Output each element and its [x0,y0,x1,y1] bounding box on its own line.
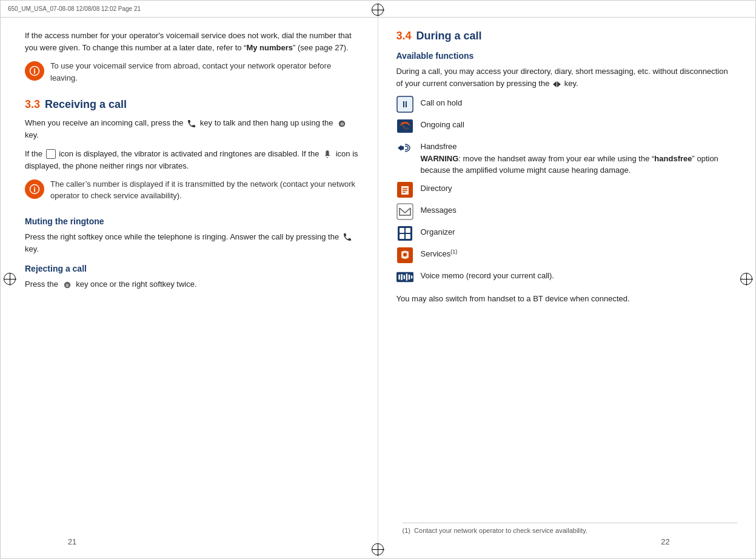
page-number-22: 22 [661,537,669,546]
info-icon [29,65,40,76]
page-container: 650_UM_USA_07-08-08 12/08/08 12:02 Page … [0,0,756,559]
feature-item-handsfree: Handsfree WARNING: move the handset away… [396,139,732,176]
svg-text:⊗: ⊗ [340,121,344,127]
receiving-para1-start: When you receive an incoming call, press… [25,118,184,127]
call-on-hold-svg: II [396,96,413,113]
svg-rect-27 [398,275,400,280]
feature-item-messages: Messages [396,203,732,220]
voice-memo-icon [396,269,413,286]
svg-rect-20 [400,228,404,233]
svg-point-1 [34,69,35,70]
handsfree-title: Handsfree [421,141,732,153]
voicemail-end-text: ” (see page 27). [293,43,349,52]
section-3-3-number: 3.3 [25,98,40,111]
svg-point-5 [34,187,35,188]
voice-memo-svg [396,271,413,283]
feature-item-voice-memo: Voice memo (record your current call). [396,269,732,286]
registration-mark-bottom [372,543,384,555]
feature-list: II Call on hold 📞 O [396,96,732,286]
feature-item-ongoing-call: 📞 Ongoing call [396,118,732,135]
section-3-4-header: 3.4 During a call [396,30,732,42]
info-icon-2 [29,184,40,195]
directory-text: Directory [421,181,452,195]
svg-rect-22 [400,234,404,239]
services-text: Services(1) [421,247,458,260]
organizer-icon [396,225,413,242]
page-number-21: 21 [68,537,76,546]
footnote-superscript: (1) [403,527,410,534]
directory-svg [396,181,413,198]
reject-hangup-icon: ⊗ [62,281,73,289]
section-3-4-title: During a call [416,30,482,42]
receiving-para2: If the icon is displayed, the vibrator i… [25,148,360,172]
svg-rect-30 [406,273,407,281]
left-page: If the access number for your operator's… [1,1,378,558]
tip2-text: The caller’s number is displayed if it i… [50,178,360,202]
receiving-para2-start: If the [25,149,42,158]
registration-mark-top [372,4,384,16]
organizer-svg [397,226,413,241]
svg-text:⊗: ⊗ [65,283,69,287]
receiving-para1-end: key to talk and then hang up using the [200,118,333,127]
tip-icon-2 [25,179,44,199]
bt-switch-text: You may also switch from handset to a BT… [396,293,732,305]
warning-detail: : move the handset away from your ear wh… [458,154,654,163]
organizer-label: Organizer [421,227,455,236]
ongoing-call-svg: 📞 [396,118,413,135]
nav-arrows-icon [553,81,561,87]
section-3-3-header: 3.3 Receiving a call [25,98,360,111]
feature-item-call-on-hold: II Call on hold [396,96,732,113]
section-3-3-title: Receiving a call [45,98,127,111]
rejecting-para: Press the ⊗ key once or the right softke… [25,278,360,290]
ongoing-call-label: Ongoing call [421,120,464,129]
svg-rect-31 [408,275,409,280]
warning-label: WARNING [421,154,459,163]
handsfree-svg [396,141,413,155]
services-icon [396,247,413,264]
phone-key-icon-1 [187,119,196,129]
svg-text:II: II [403,99,407,109]
svg-point-25 [403,253,407,256]
voice-memo-text: Voice memo (record your current call). [421,269,554,282]
svg-rect-23 [406,234,410,239]
feature-item-organizer: Organizer [396,225,732,242]
receiving-para1-end2: key. [25,130,39,139]
voice-memo-label: Voice memo (record your current call). [421,271,554,280]
phone-key-icon-2 [343,232,352,242]
phone-hangup-icon-1: ⊗ [336,119,347,128]
feature-item-directory: Directory [396,181,732,198]
messages-svg [396,203,413,220]
services-superscript: (1) [450,249,457,255]
call-on-hold-text: Call on hold [421,96,463,109]
tip-icon-1 [25,61,44,81]
handsfree-text: Handsfree WARNING: move the handset away… [421,139,732,176]
organizer-text: Organizer [421,225,455,238]
tip1-text: To use your voicemail service from abroa… [50,60,360,84]
directory-icon [396,181,413,198]
handsfree-icon [396,139,413,156]
call-on-hold-icon: II [396,96,413,113]
messages-label: Messages [421,206,457,215]
muting-text-end: key. [25,244,39,253]
rejecting-text-end: key once or the right softkey twice. [76,280,196,289]
available-functions-title: Available functions [396,51,732,61]
registration-mark-left [4,273,16,285]
available-functions-intro: During a call, you may access your direc… [396,65,732,90]
handsfree-label: Handsfree WARNING: move the handset away… [421,141,732,176]
feature-item-services: Services(1) [396,247,732,264]
muting-title: Muting the ringtone [25,216,360,226]
my-numbers-link: My numbers [246,43,293,52]
services-svg [396,247,413,264]
svg-rect-32 [410,275,412,278]
arrow-left-icon [553,81,557,87]
services-label: Services [421,249,451,258]
tip-box-1: To use your voicemail service from abroa… [25,60,360,90]
rejecting-title: Rejecting a call [25,264,360,273]
directory-label: Directory [421,184,452,193]
ongoing-call-text: Ongoing call [421,118,464,131]
registration-mark-right [740,273,752,285]
available-functions-intro-end: key. [564,79,578,88]
handsfree-bold: handsfree [654,154,692,163]
messages-text: Messages [421,203,457,216]
rejecting-text: Press the [25,280,58,289]
